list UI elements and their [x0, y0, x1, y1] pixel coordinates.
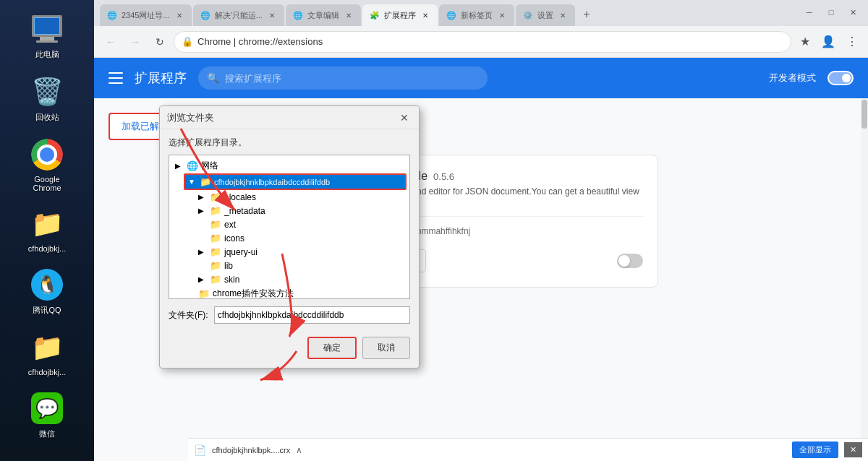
dev-mode-toggle[interactable] — [827, 71, 854, 85]
network-icon: 🌐 — [187, 160, 198, 171]
tree-arrow-skin: ▶ — [198, 275, 207, 283]
extensions-content: 加载已解压的扩展程序 打包扩展程序 更新 JH JSON-handle 0.5.… — [94, 98, 868, 461]
tab-resolve-close[interactable]: ✕ — [267, 10, 277, 20]
account-button[interactable]: 👤 — [817, 31, 839, 53]
tab-resolve[interactable]: 🌐 解决'只能运... ✕ — [193, 4, 284, 26]
tab-newtab-label: 新标签页 — [461, 10, 493, 21]
folder-icon-jquery-ui: 📁 — [210, 246, 221, 257]
tab-2345-label: 2345网址导... — [122, 10, 170, 21]
new-tab-button[interactable]: + — [576, 4, 597, 25]
desktop-icon-cfhdojbkj1-label: cfhdojbkj... — [28, 244, 67, 253]
close-button[interactable]: ✕ — [843, 6, 862, 19]
tree-item-icons[interactable]: 📁 icons — [195, 231, 407, 245]
toolbar-actions: ★ 👤 ⋮ — [794, 31, 862, 53]
tree-arrow-network: ▶ — [175, 162, 184, 170]
tree-arrow-cfhdojbkj: ▼ — [188, 178, 197, 186]
folder-tree[interactable]: ▶ 🌐 网络 ▼ 📁 cfhdojbkjhnklbpkdaibdccddilif… — [169, 155, 410, 299]
desktop-icon-this-pc-label: 此电脑 — [35, 49, 59, 60]
desktop-icon-cfhdojbkj1[interactable]: 📁 cfhdojbkj... — [18, 202, 76, 257]
desktop-icon-qq[interactable]: 🐧 腾讯QQ — [18, 263, 76, 320]
tree-label-locales: _locales — [224, 192, 256, 202]
hamburger-menu[interactable] — [109, 72, 123, 84]
search-icon: 🔍 — [207, 72, 219, 84]
address-text: Chrome | chrome://extensions — [197, 36, 323, 47]
file-label-row: 文件夹(F): — [169, 306, 410, 324]
reload-button[interactable]: ↻ — [149, 31, 171, 53]
tab-editor-close[interactable]: ✕ — [344, 10, 354, 20]
tab-extensions[interactable]: 🧩 扩展程序 ✕ — [362, 4, 438, 26]
back-button[interactable]: ← — [100, 31, 122, 53]
folder-icon-cfhdojbkj: 📁 — [200, 176, 211, 187]
dialog-footer: 确定 取消 — [160, 331, 419, 368]
minimize-button[interactable]: ─ — [800, 6, 819, 19]
folder-icon-locales: 📁 — [210, 191, 221, 202]
tree-item-ext[interactable]: 📁 ext — [195, 217, 407, 231]
dialog-confirm-button[interactable]: 确定 — [307, 337, 357, 359]
tree-label-ext: ext — [224, 220, 236, 230]
tab-settings-label: 设置 — [537, 10, 553, 21]
tree-item-metadata[interactable]: ▶ 📁 _metadata — [195, 204, 407, 217]
hamburger-line-1 — [109, 72, 123, 74]
tab-2345-close[interactable]: ✕ — [174, 10, 184, 20]
tree-item-network[interactable]: ▶ 🌐 网络 — [172, 158, 407, 173]
desktop-icon-cfhdojbkj2[interactable]: 📁 cfhdojbkj... — [18, 326, 76, 381]
extensions-main: 加载已解压的扩展程序 打包扩展程序 更新 JH JSON-handle 0.5.… — [94, 98, 868, 461]
title-bar: 🌐 2345网址导... ✕ 🌐 解决'只能运... ✕ 🌐 文章编辑 ✕ 🧩 … — [94, 0, 868, 26]
tab-2345[interactable]: 🌐 2345网址导... ✕ — [100, 4, 192, 26]
tree-item-skin[interactable]: ▶ 📁 skin — [195, 272, 407, 286]
tab-resolve-label: 解决'只能运... — [215, 10, 263, 21]
tree-item-lib[interactable]: 📁 lib — [195, 259, 407, 272]
dev-mode-label: 开发者模式 — [769, 72, 816, 85]
address-bar[interactable]: 🔒 Chrome | chrome://extensions — [174, 31, 791, 53]
desktop-icon-recycle[interactable]: 🗑️ 回收站 — [18, 70, 76, 127]
desktop-icon-wechat[interactable]: 💬 微信 — [18, 387, 76, 444]
lock-icon: 🔒 — [182, 36, 193, 47]
tree-label-lib: lib — [224, 261, 233, 271]
desktop-icon-this-pc[interactable]: 此电脑 — [18, 7, 76, 64]
dialog-title-bar: 浏览文件夹 ✕ — [160, 106, 419, 129]
file-input[interactable] — [214, 306, 410, 324]
tree-arrow-locales: ▶ — [198, 193, 207, 201]
folder-icon-lib: 📁 — [210, 260, 221, 271]
browser-window: 🌐 2345网址导... ✕ 🌐 解决'只能运... ✕ 🌐 文章编辑 ✕ 🧩 … — [94, 0, 868, 461]
desktop-icon-qq-label: 腾讯QQ — [33, 305, 61, 316]
maximize-button[interactable]: □ — [822, 6, 841, 19]
folder-icon-ext: 📁 — [210, 219, 221, 230]
tab-newtab-close[interactable]: ✕ — [497, 10, 507, 20]
extensions-header: 扩展程序 🔍 开发者模式 — [94, 58, 868, 98]
tree-item-chrome-install[interactable]: 📁 chrome插件安装方法 — [184, 286, 407, 299]
search-input[interactable] — [225, 73, 479, 84]
browser-toolbar: ← → ↻ 🔒 Chrome | chrome://extensions ★ 👤… — [94, 26, 868, 58]
tree-label-chrome-install: chrome插件安装方法 — [213, 288, 294, 299]
tree-label-metadata: _metadata — [224, 206, 265, 216]
tree-arrow-metadata: ▶ — [198, 207, 207, 215]
tree-label-network: 网络 — [201, 160, 218, 172]
tab-newtab[interactable]: 🌐 新标签页 ✕ — [439, 4, 514, 26]
tree-arrow-jquery-ui: ▶ — [198, 248, 207, 256]
tab-editor-label: 文章编辑 — [307, 10, 339, 21]
tree-item-locales[interactable]: ▶ 📁 _locales — [195, 190, 407, 204]
dialog-cancel-button[interactable]: 取消 — [362, 337, 410, 359]
tree-label-icons: icons — [224, 233, 244, 244]
dialog-close-button[interactable]: ✕ — [397, 111, 412, 125]
tab-editor[interactable]: 🌐 文章编辑 ✕ — [286, 4, 361, 26]
desktop: 此电脑 🗑️ 回收站 Google Chrome 📁 cfhdojbkj... … — [0, 0, 94, 461]
tab-extensions-close[interactable]: ✕ — [420, 10, 430, 20]
menu-button[interactable]: ⋮ — [841, 31, 862, 53]
hamburger-line-3 — [109, 82, 123, 84]
tab-settings[interactable]: ⚙️ 设置 ✕ — [516, 4, 575, 26]
tree-label-skin: skin — [224, 275, 239, 285]
dialog-title: 浏览文件夹 — [167, 111, 397, 124]
browse-folder-dialog: 浏览文件夹 ✕ 选择扩展程序目录。 ▶ 🌐 网络 — [159, 105, 420, 369]
file-label: 文件夹(F): — [169, 309, 208, 322]
forward-button[interactable]: → — [124, 31, 146, 53]
tree-item-jquery-ui[interactable]: ▶ 📁 jquery-ui — [195, 245, 407, 259]
desktop-icon-wechat-label: 微信 — [39, 428, 55, 439]
tab-settings-close[interactable]: ✕ — [558, 10, 568, 20]
search-box[interactable]: 🔍 — [198, 66, 488, 90]
desktop-icon-chrome[interactable]: Google Chrome — [18, 133, 76, 197]
tree-label-jquery-ui: jquery-ui — [224, 247, 258, 257]
bookmark-button[interactable]: ★ — [794, 31, 816, 53]
tree-item-cfhdojbkj[interactable]: ▼ 📁 cfhdojbkjhnklbpkdaibdccddilifddb — [184, 173, 407, 190]
tab-extensions-label: 扩展程序 — [384, 10, 416, 21]
